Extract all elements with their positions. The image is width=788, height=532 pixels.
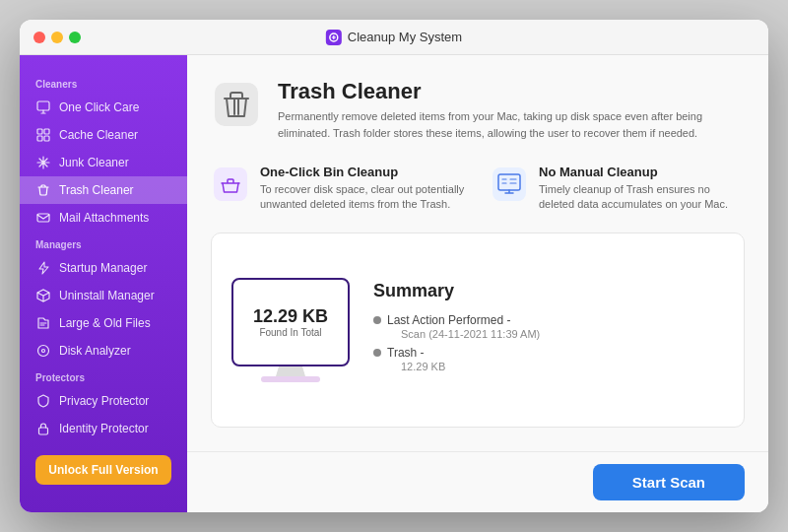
sidebar-managers-label: Managers <box>20 232 187 254</box>
sidebar-item-trash-cleaner-label: Trash Cleaner <box>59 183 134 197</box>
sidebar: Cleaners One Click Care <box>20 55 187 512</box>
feature-no-manual-title: No Manual Cleanup <box>539 165 745 179</box>
svg-rect-11 <box>214 167 247 201</box>
svg-rect-12 <box>492 167 526 201</box>
app-window: Cleanup My System Cleaners One Click Car… <box>20 20 768 512</box>
sidebar-item-one-click-care-label: One Click Care <box>59 100 139 114</box>
sidebar-item-privacy-protector-label: Privacy Protector <box>59 394 149 408</box>
sidebar-item-startup-manager[interactable]: Startup Manager <box>20 254 187 282</box>
monitor-size: 12.29 KB <box>253 306 328 327</box>
feature-one-click-desc: To recover disk space, clear out potenti… <box>260 182 466 213</box>
sparkle-icon <box>35 155 51 170</box>
sidebar-item-junk-cleaner-label: Junk Cleaner <box>59 156 129 169</box>
grid-icon <box>35 127 51 143</box>
page-header: Trash Cleaner Permanently remove deleted… <box>211 79 745 141</box>
sidebar-item-large-old-files[interactable]: Large & Old Files <box>20 309 187 337</box>
feature-no-manual: No Manual Cleanup Timely cleanup of Tras… <box>490 165 745 213</box>
main-area: Trash Cleaner Permanently remove deleted… <box>187 55 768 512</box>
close-button[interactable] <box>33 32 45 43</box>
unlock-full-version-button[interactable]: Unlock Full Version <box>35 455 171 485</box>
monitor-graphic: 12.29 KB Found In Total <box>231 278 350 382</box>
summary-info: Summary Last Action Performed - Scan (24… <box>373 281 724 378</box>
app-icon <box>326 30 342 45</box>
disk-icon <box>35 343 51 359</box>
summary-row-2-label: Trash - <box>387 346 425 360</box>
window-title-area: Cleanup My System <box>326 30 462 45</box>
bolt-icon <box>35 260 51 276</box>
trash-icon-large <box>211 79 262 130</box>
bin-cleanup-icon <box>211 165 250 204</box>
feature-no-manual-text: No Manual Cleanup Timely cleanup of Tras… <box>539 165 745 213</box>
mail-icon <box>35 210 51 226</box>
sidebar-item-one-click-care[interactable]: One Click Care <box>20 94 187 121</box>
svg-rect-4 <box>37 136 42 141</box>
feature-no-manual-desc: Timely cleanup of Trash ensures no delet… <box>539 182 745 213</box>
summary-row-1-content: Last Action Performed - Scan (24-11-2021… <box>387 313 540 340</box>
sidebar-protectors-label: Protectors <box>20 365 187 387</box>
summary-row-2-value: 12.29 KB <box>401 361 445 372</box>
shield-icon <box>35 393 51 409</box>
sidebar-item-privacy-protector[interactable]: Privacy Protector <box>20 387 187 415</box>
summary-row-2: Trash - 12.29 KB <box>373 346 724 372</box>
minimize-button[interactable] <box>51 32 63 43</box>
svg-rect-1 <box>37 101 49 110</box>
sidebar-item-uninstall-manager-label: Uninstall Manager <box>59 289 155 302</box>
sidebar-item-mail-attachments[interactable]: Mail Attachments <box>20 204 187 232</box>
svg-rect-3 <box>44 129 49 134</box>
sidebar-content: Cleaners One Click Care <box>20 71 187 442</box>
svg-rect-2 <box>37 129 42 134</box>
sidebar-item-trash-cleaner[interactable]: Trash Cleaner <box>20 176 187 204</box>
sidebar-item-cache-cleaner[interactable]: Cache Cleaner <box>20 121 187 149</box>
svg-rect-10 <box>215 83 258 126</box>
feature-one-click: One-Click Bin Cleanup To recover disk sp… <box>211 165 466 213</box>
sidebar-item-uninstall-manager[interactable]: Uninstall Manager <box>20 282 187 309</box>
sidebar-item-identity-protector-label: Identity Protector <box>59 422 149 435</box>
monitor-found-label: Found In Total <box>259 327 321 338</box>
monitor-body: 12.29 KB Found In Total <box>231 278 350 366</box>
summary-row-1-label: Last Action Performed - <box>387 313 510 327</box>
sidebar-item-startup-manager-label: Startup Manager <box>59 261 147 275</box>
summary-dot-2 <box>373 349 381 357</box>
sidebar-item-identity-protector[interactable]: Identity Protector <box>20 415 187 442</box>
features-row: One-Click Bin Cleanup To recover disk sp… <box>211 165 745 213</box>
feature-one-click-title: One-Click Bin Cleanup <box>260 165 466 179</box>
svg-rect-5 <box>44 136 49 141</box>
feature-one-click-text: One-Click Bin Cleanup To recover disk sp… <box>260 165 466 213</box>
app-body: Cleaners One Click Care <box>20 55 768 512</box>
traffic-lights <box>33 32 81 43</box>
title-bar: Cleanup My System <box>20 20 768 55</box>
summary-row-1-value: Scan (24-11-2021 11:39 AM) <box>401 328 540 340</box>
sidebar-bottom: Unlock Full Version <box>20 443 187 497</box>
svg-point-8 <box>42 350 45 353</box>
summary-title: Summary <box>373 281 724 301</box>
start-scan-button[interactable]: Start Scan <box>593 464 745 500</box>
lock-icon <box>35 421 51 436</box>
page-description: Permanently remove deleted items from yo… <box>278 108 745 141</box>
sidebar-item-mail-attachments-label: Mail Attachments <box>59 211 149 225</box>
page-header-text: Trash Cleaner Permanently remove deleted… <box>278 79 745 141</box>
summary-dot-1 <box>373 316 381 324</box>
maximize-button[interactable] <box>69 32 81 43</box>
monitor-icon <box>35 100 51 115</box>
sidebar-cleaners-label: Cleaners <box>20 71 187 94</box>
sidebar-item-large-old-files-label: Large & Old Files <box>59 316 151 330</box>
main-content: Trash Cleaner Permanently remove deleted… <box>187 55 768 451</box>
bottom-bar: Start Scan <box>187 451 768 512</box>
svg-rect-6 <box>37 214 49 222</box>
sidebar-item-disk-analyzer-label: Disk Analyzer <box>59 344 131 358</box>
sidebar-item-junk-cleaner[interactable]: Junk Cleaner <box>20 149 187 176</box>
summary-row-2-content: Trash - 12.29 KB <box>387 346 445 372</box>
window-title: Cleanup My System <box>348 30 462 44</box>
no-manual-icon <box>490 165 529 204</box>
files-icon <box>35 315 51 331</box>
sidebar-item-disk-analyzer[interactable]: Disk Analyzer <box>20 337 187 365</box>
monitor-stand <box>276 366 305 376</box>
box-icon <box>35 288 51 303</box>
svg-rect-9 <box>39 428 48 434</box>
summary-row-1: Last Action Performed - Scan (24-11-2021… <box>373 313 724 340</box>
sidebar-item-cache-cleaner-label: Cache Cleaner <box>59 128 138 142</box>
monitor-base <box>261 376 320 382</box>
svg-point-7 <box>38 346 49 357</box>
page-title: Trash Cleaner <box>278 79 745 104</box>
trash-icon <box>35 182 51 198</box>
